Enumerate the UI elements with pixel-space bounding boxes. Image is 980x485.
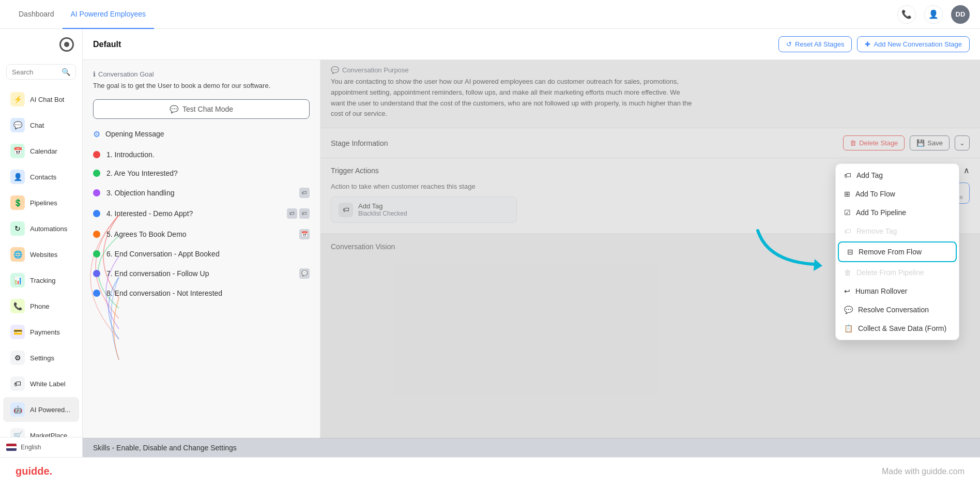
stage-icons-4: 🏷 🏷 [287,208,310,219]
tab-dashboard[interactable]: Dashboard [10,0,63,29]
sidebar-label-ai-powered: AI Powered... [30,406,70,414]
dropdown-item-remove-tag[interactable]: 🏷 Remove Tag [836,222,959,240]
sidebar-label-phone: Phone [30,302,50,310]
human-rollover-icon: ↩ [844,287,850,295]
body-row: 🔍 ⚡ AI Chat Bot 💬 Chat 📅 Calendar 👤 Con [0,29,980,457]
reset-icon: ↺ [786,40,792,48]
sidebar-item-settings[interactable]: ⚙ Settings [3,345,79,370]
app-container: Dashboard AI Powered Employees 📞 👤 DD 🔍 [0,0,980,485]
dropdown-item-collect-data[interactable]: 📋 Collect & Save Data (Form) [836,319,959,338]
sidebar-item-calendar[interactable]: 📅 Calendar [3,139,79,163]
sidebar-label-chat: Chat [30,122,44,129]
stage-dot-2 [93,170,100,177]
stage-label-4: 4. Interested - Demo Appt? [106,209,281,218]
sidebar-label-calendar: Calendar [30,147,57,155]
reset-stages-button[interactable]: ↺ Reset All Stages [778,36,852,52]
save-button[interactable]: 💾 Save [910,135,950,150]
search-input[interactable] [12,68,58,76]
sidebar-item-pipelines[interactable]: 💲 Pipelines [3,190,79,215]
stage-item-7[interactable]: 7. End conversation - Follow Up 💬 [93,263,310,284]
content-header: Default ↺ Reset All Stages ✚ Add New Con… [83,29,980,60]
sidebar-item-automations[interactable]: ↻ Automations [3,216,79,241]
sidebar-item-payments[interactable]: 💳 Payments [3,320,79,344]
tag-icon-4b: 🏷 [299,208,310,219]
sidebar-item-marketplace[interactable]: 🛒 MarketPlace [3,423,79,437]
stage-item-1[interactable]: 1. Introduction. [93,145,310,164]
sidebar-item-websites[interactable]: 🌐 Websites [3,242,79,267]
sidebar-item-ai-chat-bot[interactable]: ⚡ AI Chat Bot [3,87,79,112]
skills-footer: Skills - Enable, Disable and Change Sett… [83,438,980,457]
gear-icon: ⚙ [93,129,100,139]
sidebar-item-contacts[interactable]: 👤 Contacts [3,164,79,189]
resolve-icon: 💬 [844,306,853,314]
opening-message-label: Opening Message [105,130,164,138]
collect-data-icon: 📋 [844,324,853,332]
delete-stage-button[interactable]: 🗑 Delete Stage [843,135,905,150]
sidebar-label-websites: Websites [30,251,57,259]
stage-dot-8 [93,290,100,297]
phone-icon-btn[interactable]: 📞 [897,5,916,24]
top-tabs: Dashboard AI Powered Employees [10,0,897,29]
tag-icon-4a: 🏷 [287,208,297,219]
header-buttons: ↺ Reset All Stages ✚ Add New Conversatio… [778,36,970,52]
purpose-icon: 💬 [331,66,339,74]
stage-icons-7: 💬 [299,268,310,279]
dropdown-item-add-pipeline[interactable]: ☑ Add To Pipeline [836,203,959,222]
chat-icon: 💬 [10,118,25,132]
floating-dropdown: 🏷 Add Tag ⊞ Add To Flow ☑ Add To Pipelin… [835,163,959,340]
conversation-goal-block: ℹ Conversation Goal The goal is to get t… [93,70,310,91]
sidebar-item-ai-powered[interactable]: 🤖 AI Powered... [3,397,79,422]
stage-item-8[interactable]: 8. End conversation - Not Interested [93,284,310,302]
stage-icons-3: 🏷 [299,188,310,198]
settings-icon: ⚙ [10,351,25,365]
payments-icon: 💳 [10,325,25,339]
dropdown-item-human-rollover[interactable]: ↩ Human Rollover [836,282,959,300]
left-panel: ℹ Conversation Goal The goal is to get t… [83,60,320,438]
stage-dot-4 [93,210,100,217]
dropdown-item-remove-flow[interactable]: ⊟ Remove From Flow [838,241,957,262]
sidebar-label-tracking: Tracking [30,277,55,284]
ai-chat-bot-icon: ⚡ [10,92,25,107]
logo-inner [64,42,69,47]
dropdown-item-add-tag[interactable]: 🏷 Add Tag [836,166,959,185]
sidebar-label-payments: Payments [30,328,60,336]
dropdown-item-add-flow[interactable]: ⊞ Add To Flow [836,185,959,203]
phone-icon: 📞 [10,299,25,313]
stage-label-5: 5. Agrees To Book Demo [106,230,293,238]
delete-icon: 🗑 [850,139,856,147]
add-pipeline-icon: ☑ [844,208,851,217]
stage-item-6[interactable]: 6. End Conversation - Appt Booked [93,245,310,263]
logo-dot [59,37,74,52]
sidebar-logo [0,29,82,60]
stage-item-3[interactable]: 3. Objection handling 🏷 [93,183,310,203]
sidebar-item-chat[interactable]: 💬 Chat [3,113,79,138]
language-selector[interactable]: English [6,444,76,451]
chevron-down-button[interactable]: ⌄ [955,135,970,150]
sidebar-bottom: English [0,437,82,457]
sidebar-search-box[interactable]: 🔍 [6,64,76,80]
tracking-icon: 📊 [10,273,25,287]
top-right-actions: 📞 👤 DD [897,5,970,24]
action-tag-row: 🏷 Add Tag Blacklist Checked [331,196,517,223]
test-chat-button[interactable]: 💬 Test Chat Mode [93,99,310,119]
tab-ai-powered[interactable]: AI Powered Employees [63,0,155,29]
user-icon-btn[interactable]: 👤 [924,5,943,24]
sidebar-item-tracking[interactable]: 📊 Tracking [3,268,79,293]
stage-dot-5 [93,231,100,238]
add-icon: ✚ [865,40,870,48]
sidebar-item-white-label[interactable]: 🏷 White Label [3,371,79,396]
stage-item-5[interactable]: 5. Agrees To Book Demo 📅 [93,224,310,245]
ai-powered-icon: 🤖 [10,402,25,417]
calendar-icon-5: 📅 [299,229,310,239]
tag-icon-3: 🏷 [299,188,310,198]
dropdown-item-delete-pipeline[interactable]: 🗑 Delete From Pipeline [836,263,959,282]
stage-item-2[interactable]: 2. Are You Interested? [93,164,310,183]
dropdown-item-resolve[interactable]: 💬 Resolve Conversation [836,300,959,319]
stage-info-row: Stage Information 🗑 Delete Stage 💾 Save … [320,128,980,158]
chat-icon-7: 💬 [299,268,310,279]
user-avatar[interactable]: DD [951,5,970,24]
sidebar-item-phone[interactable]: 📞 Phone [3,294,79,319]
chevron-up-icon: ∧ [963,165,970,175]
add-new-stage-button[interactable]: ✚ Add New Conversation Stage [857,36,970,52]
stage-item-4[interactable]: 4. Interested - Demo Appt? 🏷 🏷 [93,203,310,224]
